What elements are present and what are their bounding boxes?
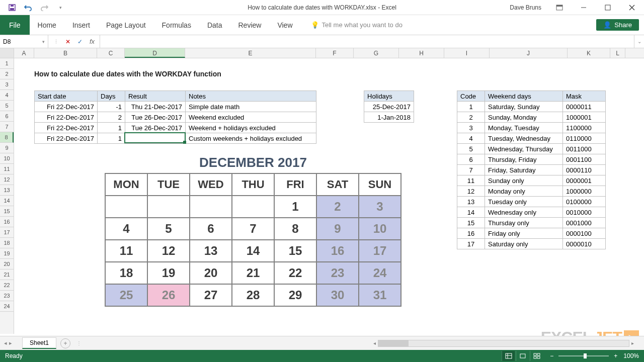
row-header-21[interactable]: 21 bbox=[0, 269, 14, 280]
svg-rect-12 bbox=[520, 354, 525, 358]
tab-data[interactable]: Data bbox=[199, 15, 230, 35]
share-button[interactable]: 👤 Share bbox=[596, 19, 639, 31]
page-layout-view-icon[interactable] bbox=[516, 351, 529, 361]
sheet-nav[interactable]: ◂ ▸ bbox=[0, 340, 16, 346]
row-header-6[interactable]: 6 bbox=[0, 111, 14, 122]
page-break-view-icon[interactable] bbox=[530, 351, 543, 361]
row-header-17[interactable]: 17 bbox=[0, 227, 14, 238]
name-box[interactable]: D8 bbox=[0, 35, 48, 48]
col-header-B[interactable]: B bbox=[34, 48, 97, 58]
row-header-18[interactable]: 18 bbox=[0, 238, 14, 248]
zoom-out-icon[interactable]: − bbox=[550, 352, 553, 359]
main-table: Start dateDaysResultNotesFri 22-Dec-2017… bbox=[34, 90, 316, 144]
col-header-J[interactable]: J bbox=[490, 48, 568, 58]
col-header-G[interactable]: G bbox=[354, 48, 399, 58]
formula-bar: D8 ⋮ ✕ ✓ fx ⌄ bbox=[0, 35, 644, 48]
row-header-2[interactable]: 2 bbox=[0, 69, 14, 79]
col-header-K[interactable]: K bbox=[568, 48, 610, 58]
col-header-C[interactable]: C bbox=[97, 48, 125, 58]
close-icon[interactable] bbox=[622, 1, 642, 15]
tab-formulas[interactable]: Formulas bbox=[154, 15, 199, 35]
fx-icon[interactable]: fx bbox=[87, 38, 98, 45]
cancel-formula-icon[interactable]: ✕ bbox=[62, 37, 73, 47]
undo-icon[interactable] bbox=[20, 1, 36, 15]
normal-view-icon[interactable] bbox=[502, 351, 515, 361]
formula-dropdown-icon[interactable]: ⋮ bbox=[50, 37, 61, 47]
title-bar: ▾ How to calculate due dates with WORKDA… bbox=[0, 0, 644, 15]
col-header-I[interactable]: I bbox=[444, 48, 490, 58]
row-header-19[interactable]: 19 bbox=[0, 248, 14, 259]
svg-rect-14 bbox=[537, 353, 540, 355]
status-text: Ready bbox=[5, 352, 23, 359]
tell-me-search[interactable]: 💡 Tell me what you want to do bbox=[311, 15, 403, 35]
ribbon-options-icon[interactable] bbox=[549, 1, 570, 15]
row-header-8[interactable]: 8 bbox=[0, 132, 14, 143]
row-header-4[interactable]: 4 bbox=[0, 90, 14, 101]
file-tab[interactable]: File bbox=[0, 15, 30, 35]
cells-area[interactable]: How to calculate due dates with the WORK… bbox=[14, 58, 644, 334]
zoom-slider[interactable] bbox=[558, 355, 609, 356]
minimize-icon[interactable] bbox=[574, 1, 594, 15]
row-header-16[interactable]: 16 bbox=[0, 217, 14, 227]
sheet-prev-icon[interactable]: ◂ bbox=[4, 340, 7, 346]
col-header-E[interactable]: E bbox=[185, 48, 316, 58]
svg-rect-1 bbox=[10, 8, 14, 10]
row-header-14[interactable]: 14 bbox=[0, 196, 14, 206]
row-header-9[interactable]: 9 bbox=[0, 143, 14, 153]
enter-formula-icon[interactable]: ✓ bbox=[74, 37, 86, 47]
row-header-7[interactable]: 7 bbox=[0, 122, 14, 132]
row-header-1[interactable]: 1 bbox=[0, 58, 14, 69]
holidays-table: Holidays25-Dec-20171-Jan-2018 bbox=[364, 90, 414, 123]
row-header-13[interactable]: 13 bbox=[0, 185, 14, 196]
tab-home[interactable]: Home bbox=[30, 15, 64, 35]
scroll-right-icon[interactable]: ▸ bbox=[631, 340, 634, 346]
redo-icon[interactable] bbox=[36, 1, 52, 15]
col-header-L[interactable]: L bbox=[610, 48, 625, 58]
row-header-23[interactable]: 23 bbox=[0, 291, 14, 301]
row-headers: 123456789101112131415161718192021222324 bbox=[0, 58, 14, 334]
row-header-3[interactable]: 3 bbox=[0, 79, 14, 90]
maximize-icon[interactable] bbox=[598, 1, 618, 15]
sheet-tab[interactable]: Sheet1 bbox=[22, 337, 56, 349]
horizontal-scroll: ◂ ▸ bbox=[373, 340, 644, 347]
qat-customize-icon[interactable]: ▾ bbox=[52, 1, 68, 15]
col-header-D[interactable]: D bbox=[125, 48, 185, 58]
row-header-15[interactable]: 15 bbox=[0, 206, 14, 217]
row-header-24[interactable]: 24 bbox=[0, 301, 14, 312]
worksheet-grid: ABCDEFGHIJKL 123456789101112131415161718… bbox=[0, 48, 644, 334]
sheet-next-icon[interactable]: ▸ bbox=[9, 340, 12, 346]
svg-rect-4 bbox=[556, 5, 562, 7]
add-sheet-icon[interactable]: + bbox=[60, 338, 70, 348]
col-header-H[interactable]: H bbox=[399, 48, 444, 58]
codes-table: CodeWeekend daysMask1Saturday, Sunday000… bbox=[457, 90, 606, 249]
user-name[interactable]: Dave Bruns bbox=[510, 4, 541, 11]
hscroll-track[interactable] bbox=[378, 340, 629, 347]
tab-review[interactable]: Review bbox=[230, 15, 270, 35]
hscroll-thumb[interactable] bbox=[378, 340, 409, 346]
row-header-5[interactable]: 5 bbox=[0, 101, 14, 111]
sheet-tab-bar: ◂ ▸ Sheet1 + ⋮ ◂ ▸ bbox=[0, 336, 644, 350]
formula-buttons: ⋮ ✕ ✓ fx bbox=[48, 35, 100, 48]
zoom-in-icon[interactable]: + bbox=[614, 352, 617, 359]
scroll-left-icon[interactable]: ◂ bbox=[373, 340, 376, 346]
select-all-corner[interactable] bbox=[0, 48, 14, 58]
row-header-10[interactable]: 10 bbox=[0, 153, 14, 164]
tab-page-layout[interactable]: Page Layout bbox=[98, 15, 154, 35]
lightbulb-icon: 💡 bbox=[311, 21, 319, 29]
formula-expand-icon[interactable]: ⌄ bbox=[634, 35, 644, 48]
calendar-title: DECEMBER 2017 bbox=[105, 155, 401, 170]
zoom-level[interactable]: 100% bbox=[623, 352, 639, 359]
col-header-F[interactable]: F bbox=[316, 48, 354, 58]
row-header-20[interactable]: 20 bbox=[0, 259, 14, 269]
tab-view[interactable]: View bbox=[269, 15, 300, 35]
share-label: Share bbox=[614, 21, 632, 29]
row-header-22[interactable]: 22 bbox=[0, 280, 14, 291]
formula-input[interactable] bbox=[100, 35, 634, 48]
sheet-tab-divider: ⋮ bbox=[76, 340, 82, 346]
row-header-11[interactable]: 11 bbox=[0, 164, 14, 174]
save-icon[interactable] bbox=[4, 1, 20, 15]
tab-insert[interactable]: Insert bbox=[64, 15, 98, 35]
col-header-A[interactable]: A bbox=[14, 48, 34, 58]
row-header-12[interactable]: 12 bbox=[0, 174, 14, 185]
calendar: MONTUEWEDTHUFRISATSUN1234567891011121314… bbox=[105, 173, 401, 307]
